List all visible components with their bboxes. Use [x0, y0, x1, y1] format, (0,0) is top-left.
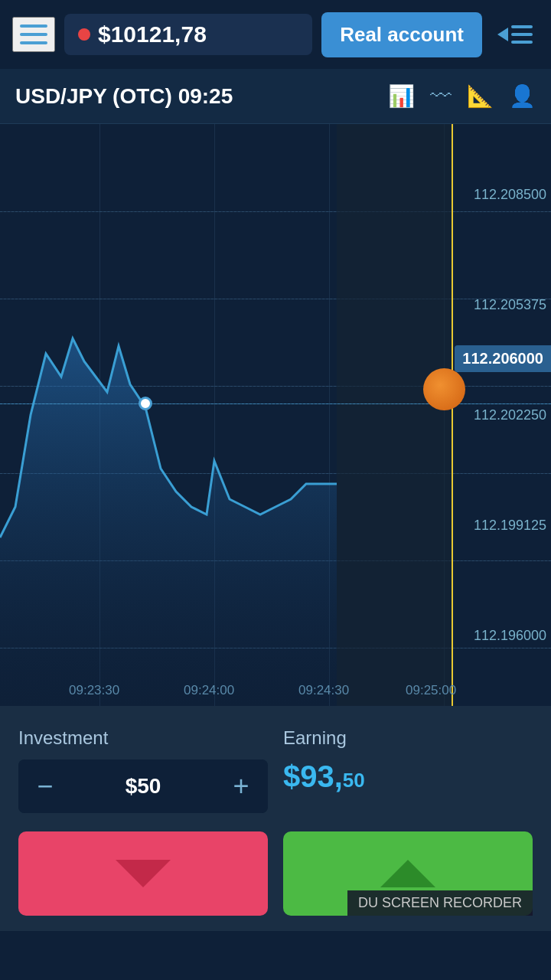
- chevron-up-icon: [380, 860, 435, 887]
- trade-buttons: DU SCREEN RECORDER: [18, 831, 533, 916]
- price-tag: 112.206000: [455, 345, 551, 372]
- add-user-icon[interactable]: 👤: [509, 83, 536, 109]
- decrease-button[interactable]: −: [18, 760, 72, 813]
- time-label-4: 09:25:00: [406, 683, 456, 698]
- crosshair-dot: [139, 397, 152, 410]
- time-label-3: 09:24:30: [298, 683, 349, 698]
- balance-amount: $10121,78: [98, 21, 207, 47]
- investment-label: Investment: [18, 727, 268, 749]
- earning-cents: 50: [343, 769, 365, 792]
- hamburger-menu[interactable]: [12, 17, 55, 52]
- balance-box: $10121,78: [64, 14, 312, 55]
- price-chart: [0, 124, 551, 706]
- time-labels: 09:23:30 09:24:00 09:24:30 09:25:00: [0, 675, 551, 706]
- trade-row: Investment − $50 + Earning $93,50: [18, 727, 533, 813]
- investment-value: $50: [72, 774, 214, 799]
- toolbar-icons: 📊 〰 📐 👤: [388, 83, 536, 109]
- price-indicator-circle: [423, 368, 465, 410]
- chevron-down-icon: [116, 860, 171, 887]
- header: $10121,78 Real account: [0, 0, 551, 69]
- live-indicator: [78, 28, 90, 41]
- chart-toolbar: USD/JPY (OTC) 09:25 📊 〰 📐 👤: [0, 69, 551, 124]
- crosshair-horizontal: [0, 403, 551, 404]
- earning-main: $93,: [283, 760, 343, 794]
- investment-col: Investment − $50 +: [18, 727, 268, 813]
- earning-label: Earning: [283, 727, 533, 749]
- chart-area: 112.206000 112.208500 112.205375 112.202…: [0, 124, 551, 706]
- line-chart-icon[interactable]: 〰: [430, 83, 452, 109]
- right-menu-button[interactable]: [491, 19, 539, 50]
- watermark: DU SCREEN RECORDER: [347, 890, 533, 916]
- pair-label: USD/JPY (OTC) 09:25: [15, 84, 388, 109]
- time-label-1: 09:23:30: [69, 683, 119, 698]
- increase-button[interactable]: +: [214, 760, 268, 813]
- investment-control: − $50 +: [18, 760, 268, 813]
- crosshair-vertical: [452, 124, 453, 706]
- earning-col: Earning $93,50: [283, 727, 533, 813]
- arrow-left-icon: [497, 28, 508, 41]
- buy-up-button[interactable]: DU SCREEN RECORDER: [283, 831, 533, 916]
- time-label-2: 09:24:00: [184, 683, 234, 698]
- bottom-panel: Investment − $50 + Earning $93,50 DU SCR…: [0, 706, 551, 931]
- ruler-icon[interactable]: 📐: [467, 83, 494, 109]
- real-account-button[interactable]: Real account: [321, 12, 482, 57]
- earning-value: $93,50: [283, 760, 533, 794]
- sell-down-button[interactable]: [18, 831, 268, 916]
- menu-lines-icon: [511, 25, 533, 44]
- bar-chart-icon[interactable]: 📊: [388, 83, 415, 109]
